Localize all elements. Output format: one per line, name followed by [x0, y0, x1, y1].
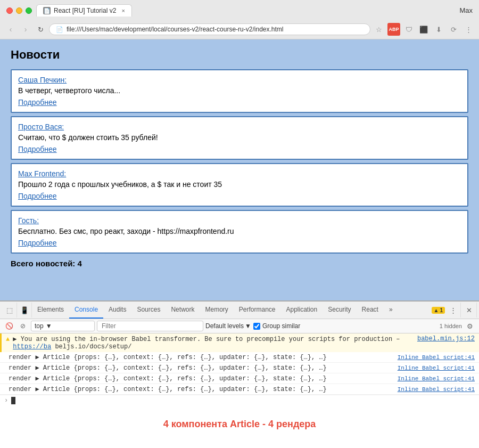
devtools-tab-performance[interactable]: Performance [234, 302, 281, 319]
devtools-tabs: ⬚ 📱 ElementsConsoleAuditsSourcesNetworkM… [0, 302, 479, 319]
devtools-more-tabs[interactable]: » [384, 302, 398, 319]
article-author[interactable]: Max Frontend: [18, 169, 461, 178]
article-text: Бесплатно. Без смс, про реакт, заходи - … [18, 227, 461, 235]
page-content: Новости Саша Печкин: В четверг, четверто… [0, 39, 479, 300]
devtools-tab-memory[interactable]: Memory [200, 302, 233, 319]
lock-icon: 📄 [56, 26, 63, 33]
url-text: file:///Users/mac/development/local/cour… [67, 26, 283, 33]
warning-text: ▶ You are using the in-browser Babel tra… [13, 335, 414, 351]
levels-dropdown-icon: ▼ [245, 322, 251, 330]
babel-link[interactable]: https://ba [13, 343, 51, 351]
console-line-source[interactable]: Inline Babel script:41 [398, 386, 475, 393]
article-author[interactable]: Гость: [18, 216, 461, 225]
history-icon[interactable]: ⟳ [447, 23, 460, 36]
save-icon[interactable]: ⬇ [432, 23, 445, 36]
console-settings-icon[interactable]: ⚙ [464, 320, 476, 332]
console-output: ▲ ▶ You are using the in-browser Babel t… [0, 333, 479, 408]
levels-label: Default levels [205, 322, 244, 330]
levels-dropdown[interactable]: Default levels ▼ [205, 322, 251, 330]
cast-icon[interactable]: ⬛ [417, 23, 430, 36]
article-card: Гость: Бесплатно. Без смс, про реакт, за… [11, 210, 468, 254]
back-button[interactable]: ‹ [4, 23, 17, 36]
article-more-link[interactable]: Подробнее [18, 98, 461, 107]
shield-icon[interactable]: 🛡 [402, 23, 415, 36]
context-value: top [35, 322, 44, 330]
group-similar-row: Group similar [253, 322, 300, 330]
article-more-link[interactable]: Подробнее [18, 239, 461, 247]
forward-button[interactable]: › [19, 23, 32, 36]
address-bar-row: ‹ › ↻ 📄 file:///Users/mac/development/lo… [0, 21, 479, 39]
console-line-source[interactable]: Inline Babel script:41 [398, 365, 475, 371]
console-line: render ▶ Article {props: {…}, context: {… [0, 363, 479, 373]
babel-link2: beljs.io/docs/setup/ [55, 343, 131, 351]
title-bar: 📄 React [RU] Tutorial v2 × Max [0, 0, 479, 21]
console-line-text: render ▶ Article {props: {…}, context: {… [9, 374, 393, 382]
adblock-icon[interactable]: ABP [387, 23, 400, 36]
hidden-count: 1 hidden [440, 323, 462, 329]
article-text: В четверг, четвертого числа... [18, 86, 461, 95]
minimize-traffic-light[interactable] [16, 7, 22, 14]
close-traffic-light[interactable] [6, 7, 13, 14]
article-card: Просто Вася: Считаю, что $ должен стоить… [11, 116, 468, 160]
articles-container: Саша Печкин: В четверг, четвертого числа… [11, 69, 468, 254]
active-tab[interactable]: 📄 React [RU] Tutorial v2 × [36, 4, 132, 17]
devtools-tab-security[interactable]: Security [323, 302, 356, 319]
article-text: Считаю, что $ должен стоить 35 рублей! [18, 133, 461, 142]
bookmark-star-icon[interactable]: ☆ [373, 23, 385, 36]
maximize-traffic-light[interactable] [26, 7, 32, 14]
devtools-tab-react[interactable]: React [357, 302, 384, 319]
devtools-end-icons: ▲ 1 ⋮ ✕ [432, 303, 477, 317]
context-selector[interactable]: top ▼ [31, 321, 95, 331]
console-line-source[interactable]: Inline Babel script:41 [398, 376, 475, 382]
tab-favicon: 📄 [43, 7, 51, 14]
devtools-tab-console[interactable]: Console [69, 302, 103, 319]
article-more-link[interactable]: Подробнее [18, 192, 461, 200]
devtools-tab-sources[interactable]: Sources [131, 302, 166, 319]
console-cursor [11, 397, 15, 404]
clear-console-icon[interactable]: 🚫 [3, 320, 15, 332]
bottom-caption: 4 компонента Article - 4 рендера [0, 408, 479, 435]
devtools-tab-application[interactable]: Application [281, 302, 323, 319]
tab-close-button[interactable]: × [122, 7, 125, 14]
warning-triangle-icon: ▲ [6, 336, 10, 343]
console-prompt-icon: › [4, 397, 8, 404]
filter-toggle-icon[interactable]: ⊘ [17, 320, 29, 332]
device-toggle-icon[interactable]: 📱 [17, 303, 32, 317]
menu-icon[interactable]: ⋮ [462, 23, 475, 36]
console-filter-input[interactable] [97, 321, 203, 331]
caption-text: 4 компонента Article - 4 рендера [163, 419, 316, 429]
warning-icon: ▲ [434, 307, 439, 313]
inspect-element-icon[interactable]: ⬚ [2, 303, 17, 317]
babel-source[interactable]: babel.min.js:12 [417, 335, 475, 343]
article-text: Прошло 2 года с прошлых учебников, а $ т… [18, 180, 461, 189]
close-devtools-icon[interactable]: ✕ [462, 303, 477, 317]
console-line-text: render ▶ Article {props: {…}, context: {… [9, 385, 393, 393]
devtools-tab-list: ElementsConsoleAuditsSourcesNetworkMemor… [32, 302, 398, 319]
devtools-tab-elements[interactable]: Elements [32, 302, 69, 319]
article-author[interactable]: Саша Печкин: [18, 76, 461, 84]
group-similar-checkbox[interactable] [253, 323, 260, 330]
more-options-icon[interactable]: ⋮ [446, 303, 461, 317]
warning-badge[interactable]: ▲ 1 [432, 307, 445, 314]
console-line-source[interactable]: Inline Babel script:41 [398, 354, 475, 361]
tab-area: 📄 React [RU] Tutorial v2 × [36, 4, 455, 17]
article-more-link[interactable]: Подробнее [18, 145, 461, 153]
console-line-text: render ▶ Article {props: {…}, context: {… [9, 353, 393, 361]
article-card: Саша Печкин: В четверг, четвертого числа… [11, 69, 468, 113]
devtools-tab-audits[interactable]: Audits [103, 302, 131, 319]
article-card: Max Frontend: Прошло 2 года с прошлых уч… [11, 163, 468, 207]
console-lines: render ▶ Article {props: {…}, context: {… [0, 352, 479, 395]
warning-count: 1 [440, 307, 443, 313]
devtools-tab-network[interactable]: Network [166, 302, 200, 319]
traffic-lights [6, 7, 32, 14]
article-author[interactable]: Просто Вася: [18, 123, 461, 131]
context-dropdown-icon: ▼ [46, 322, 52, 330]
address-bar[interactable]: 📄 file:///Users/mac/development/local/co… [49, 23, 370, 35]
console-line: render ▶ Article {props: {…}, context: {… [0, 384, 479, 395]
reload-button[interactable]: ↻ [34, 23, 47, 36]
console-line-text: render ▶ Article {props: {…}, context: {… [9, 364, 393, 372]
user-name: Max [459, 6, 473, 14]
babel-warning: ▲ ▶ You are using the in-browser Babel t… [0, 333, 479, 352]
tab-title: React [RU] Tutorial v2 [54, 7, 116, 14]
group-similar-label: Group similar [262, 322, 300, 330]
